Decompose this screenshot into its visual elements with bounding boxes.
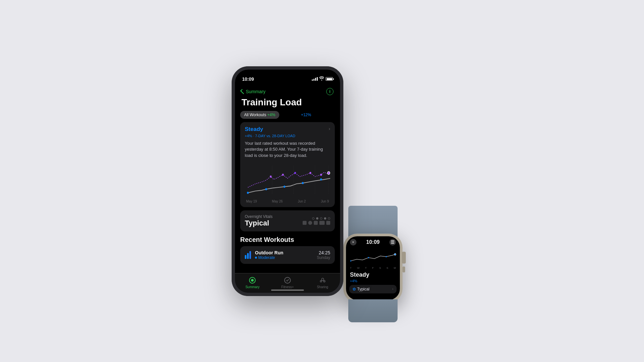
vitals-dot-5 [328,217,330,220]
chart-labels: May 19 May 26 Jun 2 Jun 9 [245,200,330,203]
signal-bar-2 [313,79,314,81]
menu-line-1 [391,241,394,241]
recent-workouts-title: Recent Workouts [235,235,340,246]
tab-summary[interactable]: Summary [235,276,270,289]
watch-band-bottom [348,299,398,322]
menu-line-2 [391,242,394,243]
vitals-small-icon-1 [303,221,307,225]
vitals-dot-4 [324,217,326,220]
tab-sharing-label: Sharing [317,285,328,289]
battery-fill [327,78,332,80]
info-icon: i [329,89,330,94]
svg-point-3 [310,172,311,174]
watch-day-F: F [372,266,374,269]
vitals-row: Overnight Vitals Typical [245,214,330,227]
training-sub: +4% · 7-DAY vs. 28-DAY LOAD [245,134,330,138]
tab-running[interactable]: Running +12% [281,111,315,119]
watch-screen: ✕ 10:09 [346,236,400,300]
vitals-dot-1 [312,217,314,220]
filter-tabs: All Workouts +4% Running +12% Walking [235,111,340,122]
phone-screen: 10:09 [235,70,340,293]
intensity-dot [255,257,257,259]
tab-summary-label: Summary [245,285,260,289]
svg-point-9 [302,182,304,184]
training-chart [245,162,330,198]
tab-walking-label: Walking [321,113,335,117]
watch-day-S1: S [379,266,381,269]
watch-status-label: Steady [346,271,400,279]
vitals-dot-2 [316,217,318,220]
training-period: 7-DAY vs. 28-DAY LOAD [255,134,295,138]
workout-duration: 24:25 [317,250,330,255]
tab-sharing-icon [318,276,327,285]
watch-day-T1: T [350,266,352,269]
watch-day-W: W [357,266,360,269]
svg-point-19 [321,278,324,280]
svg-point-6 [247,192,249,194]
home-indicator [271,289,304,291]
workout-info: Outdoor Run Moderate [255,250,313,260]
tab-all-workouts-label: All Workouts [244,113,267,117]
back-button[interactable]: Summary [242,89,265,94]
vitals-icons [303,217,330,225]
vitals-title: Overnight Vitals [245,214,273,219]
svg-point-7 [265,188,267,190]
svg-point-10 [320,179,322,181]
watch-vitals-label: Typical [357,287,369,291]
tab-walking[interactable]: Walking [317,111,339,119]
vitals-small-icon-3 [314,221,318,225]
vitals-value: Typical [245,219,273,227]
workout-intensity: Moderate [255,255,313,260]
training-status-label: Steady [245,126,263,133]
training-load-card[interactable]: Steady › +4% · 7-DAY vs. 28-DAY LOAD You… [240,122,335,207]
svg-point-2 [294,172,296,174]
tab-sharing[interactable]: Sharing [305,276,340,289]
svg-text:+: + [287,279,288,281]
tab-all-workouts[interactable]: All Workouts +4% [240,111,279,119]
chevron-left-icon [240,89,245,94]
wifi-icon [319,76,324,81]
phone: 10:09 [232,66,343,296]
signal-bar-3 [315,78,316,81]
workout-day: Sunday [317,255,330,260]
svg-point-23 [368,257,369,258]
svg-point-1 [282,174,284,176]
training-status-row: Steady › [245,126,330,133]
chart-label-1: May 26 [272,200,283,203]
training-description: Your last rated workout was recorded yes… [245,140,330,159]
tab-running-label: Running [285,113,301,117]
chart-label-0: May 19 [246,200,257,203]
watch-close-button[interactable]: ✕ [350,239,356,245]
intensity-label: Moderate [258,255,275,260]
watch-vitals-row[interactable]: ✿ Typical › [349,285,397,293]
signal-bar-1 [312,79,313,81]
vitals-icon-row [303,221,330,225]
vitals-left: Overnight Vitals Typical [245,214,273,227]
svg-point-22 [350,260,352,262]
back-label: Summary [246,89,265,94]
dynamic-island [273,74,302,83]
signal-bar-4 [317,77,318,81]
vitals-small-icon-2 [308,221,312,225]
vitals-dots-row [312,217,330,220]
workout-bars-icon [245,251,251,259]
svg-point-0 [270,176,272,178]
training-pct: +4% [245,134,252,138]
svg-point-25 [394,253,396,255]
watch-menu-button[interactable] [389,239,396,245]
watch-crown [402,252,406,264]
vitals-dot-3 [320,217,322,220]
tab-fitness-icon: + [283,276,292,285]
page-title: Training Load [235,96,340,111]
watch-time: 10:09 [366,239,380,245]
workout-meta: 24:25 Sunday [317,250,330,260]
vitals-card[interactable]: Overnight Vitals Typical [240,210,335,231]
apple-watch: ✕ 10:09 [334,184,412,322]
workout-card[interactable]: Outdoor Run Moderate 24:25 Sunday [240,246,335,264]
signal-bars-icon [312,77,318,81]
close-icon: ✕ [352,241,355,244]
watch-chart [346,246,400,266]
info-button[interactable]: i [326,88,334,95]
tab-summary-icon [248,276,257,285]
tab-fitness[interactable]: + Fitness+ [270,276,305,289]
